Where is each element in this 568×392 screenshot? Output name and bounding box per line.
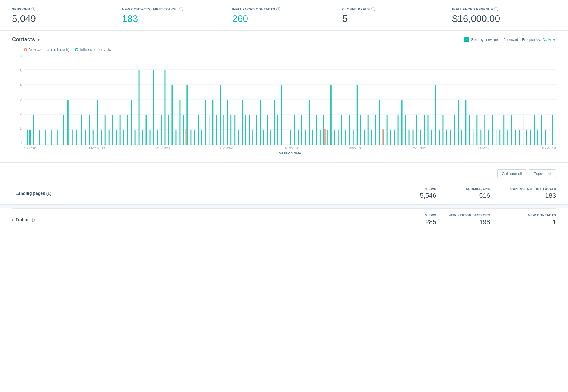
- svg-rect-63: [249, 115, 250, 145]
- stat-closed-deals-label: CLOSED DEALS i: [342, 7, 440, 11]
- svg-rect-60: [238, 130, 239, 145]
- svg-rect-30: [127, 115, 128, 145]
- split-by-checkbox[interactable]: ✓ Split by new and influenced: [464, 37, 518, 42]
- svg-rect-41: [168, 115, 169, 145]
- svg-rect-31: [131, 100, 132, 145]
- svg-rect-81: [316, 115, 317, 145]
- svg-rect-88: [341, 115, 342, 145]
- svg-rect-39: [161, 115, 162, 145]
- svg-rect-134: [515, 130, 516, 145]
- stat-influenced-contacts-label: INFLUENCED CONTACTS i: [232, 7, 330, 11]
- influenced-contacts-info-icon[interactable]: i: [276, 7, 280, 11]
- svg-rect-45: [183, 115, 184, 145]
- svg-rect-21: [93, 130, 94, 145]
- svg-rect-34: [142, 130, 143, 145]
- svg-rect-146: [324, 129, 326, 145]
- svg-rect-67: [263, 130, 264, 145]
- legend-dot-influenced: [75, 48, 78, 51]
- svg-rect-107: [413, 130, 414, 145]
- svg-rect-70: [274, 100, 275, 145]
- lp-views-header: VIEWS: [382, 187, 436, 191]
- svg-rect-102: [394, 130, 395, 145]
- svg-rect-143: [549, 130, 549, 145]
- stat-influenced-contacts: INFLUENCED CONTACTS i 260: [226, 7, 336, 24]
- svg-rect-10: [39, 130, 40, 145]
- svg-rect-114: [439, 130, 440, 145]
- svg-rect-24: [105, 115, 106, 145]
- svg-rect-17: [76, 130, 77, 145]
- chart-wrap: 6 5 4 3 2 1 0: [12, 55, 556, 157]
- svg-rect-80: [312, 130, 313, 145]
- svg-rect-35: [146, 115, 147, 145]
- svg-rect-84: [327, 130, 328, 145]
- svg-rect-83: [323, 115, 324, 145]
- traffic-section: › Traffic i VIEWS 285 NEW VISITOR SESSIO…: [12, 208, 556, 231]
- y-label-2: 2: [20, 113, 22, 116]
- legend-new-contacts: New contacts (first touch): [24, 48, 69, 52]
- svg-rect-40: [164, 70, 165, 145]
- x-label-2: 1/10/2020: [155, 146, 170, 150]
- svg-rect-100: [387, 115, 388, 145]
- frequency-dropdown[interactable]: Daily ▼: [543, 37, 556, 42]
- svg-rect-144: [552, 115, 553, 145]
- stat-sessions: SESSIONS i 5,049: [12, 7, 116, 24]
- svg-rect-59: [234, 115, 235, 145]
- traffic-info-icon[interactable]: i: [31, 218, 35, 222]
- svg-rect-44: [179, 100, 180, 145]
- svg-rect-98: [379, 100, 380, 145]
- x-axis: 10/2/2019 11/21/2019 1/10/2020 2/29/2020…: [24, 145, 556, 150]
- section-divider: [0, 204, 568, 208]
- influenced-revenue-info-icon[interactable]: i: [494, 7, 498, 11]
- svg-rect-25: [109, 130, 110, 145]
- x-axis-title: Session date: [24, 151, 556, 155]
- svg-rect-92: [357, 85, 358, 145]
- svg-rect-79: [309, 100, 310, 145]
- chart-title-button[interactable]: Contacts ▼: [12, 37, 40, 43]
- sessions-info-icon[interactable]: i: [31, 7, 35, 11]
- svg-rect-103: [398, 115, 399, 145]
- x-label-7: 9/16/2020: [477, 146, 491, 150]
- stat-closed-deals: CLOSED DEALS i 5: [336, 7, 446, 24]
- svg-rect-36: [150, 130, 151, 145]
- svg-rect-117: [450, 130, 451, 145]
- y-label-4: 4: [20, 83, 22, 87]
- svg-rect-16: [72, 130, 73, 145]
- svg-rect-140: [537, 130, 538, 145]
- chart-legend: New contacts (first touch) Influenced co…: [12, 48, 556, 52]
- svg-rect-11: [45, 130, 46, 145]
- svg-rect-121: [465, 100, 466, 145]
- closed-deals-info-icon[interactable]: i: [371, 7, 375, 11]
- x-label-8: 11/5/2020: [541, 146, 556, 150]
- svg-rect-52: [209, 115, 209, 145]
- legend-dot-new: [24, 48, 27, 51]
- svg-rect-85: [330, 85, 332, 145]
- x-label-4: 4/19/2020: [285, 146, 299, 150]
- svg-rect-86: [334, 130, 335, 145]
- svg-rect-91: [353, 130, 354, 145]
- svg-rect-20: [89, 115, 90, 145]
- new-contacts-info-icon[interactable]: i: [179, 7, 183, 11]
- svg-rect-76: [298, 130, 299, 145]
- svg-rect-53: [212, 100, 213, 145]
- svg-rect-82: [320, 130, 321, 145]
- svg-rect-69: [270, 130, 271, 145]
- split-checkbox-icon: ✓: [464, 37, 469, 42]
- svg-rect-73: [285, 130, 285, 145]
- svg-rect-66: [260, 100, 261, 145]
- landing-pages-chevron[interactable]: ›: [12, 191, 13, 195]
- svg-rect-78: [305, 130, 306, 145]
- svg-rect-29: [123, 130, 124, 145]
- stat-new-contacts-value: 183: [122, 13, 220, 24]
- svg-rect-51: [205, 100, 206, 145]
- legend-influenced-contacts: Influenced contacts: [75, 48, 111, 52]
- frequency-control: Frequency: Daily ▼: [522, 37, 556, 42]
- traffic-chevron[interactable]: ›: [12, 218, 13, 222]
- svg-rect-124: [476, 115, 477, 145]
- svg-rect-105: [405, 115, 406, 145]
- expand-all-button[interactable]: Expand all: [529, 169, 556, 178]
- svg-rect-71: [277, 115, 278, 145]
- stat-sessions-label: SESSIONS i: [12, 7, 110, 11]
- svg-rect-46: [186, 85, 188, 145]
- collapse-all-button[interactable]: Collapse all: [497, 169, 526, 178]
- y-label-1: 1: [20, 127, 22, 130]
